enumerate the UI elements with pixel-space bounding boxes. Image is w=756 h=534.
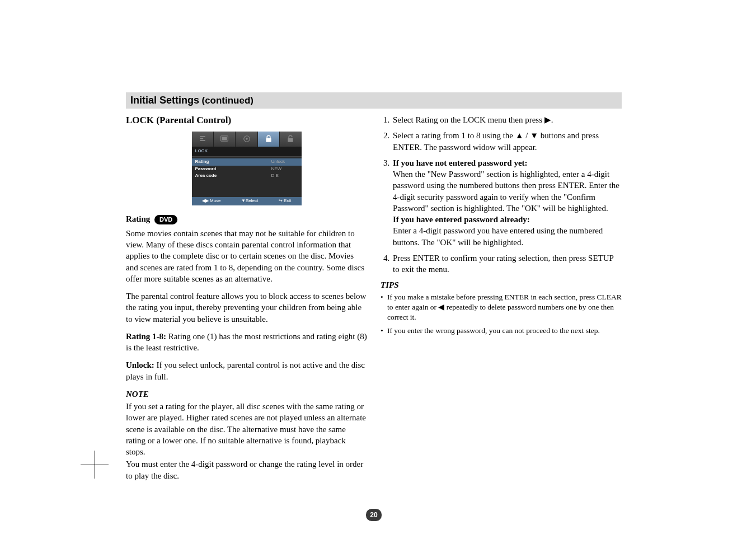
title-cont: (continued) <box>201 95 253 106</box>
osd-label: Rating <box>195 159 271 165</box>
step-4: Press ENTER to confirm your rating selec… <box>392 252 622 275</box>
osd-foot-move: Move <box>210 198 221 203</box>
osd-body: Rating Unlock Password NEW Area code D E <box>192 157 302 197</box>
osd-value: D E <box>271 173 298 179</box>
down-arrow-icon: ▼ <box>530 130 538 140</box>
title-main: Initial Settings <box>130 95 199 106</box>
osd-tabs <box>192 132 302 147</box>
down-arrow-icon: ▼ <box>241 198 246 203</box>
return-icon: ↪ <box>279 198 283 203</box>
step-2: Select a rating from 1 to 8 using the ▲ … <box>392 130 622 153</box>
osd-foot-exit: Exit <box>284 198 291 203</box>
page-number: 20 <box>366 509 382 521</box>
osd-row-rating: Rating Unlock <box>192 158 302 166</box>
osd-category: LOCK <box>192 147 302 157</box>
para-rating18: Rating 1-8: Rating one (1) has the most … <box>126 331 367 354</box>
svg-rect-1 <box>222 137 227 140</box>
left-arrow-icon: ◀ <box>438 303 444 311</box>
tips-heading: TIPS <box>381 279 622 291</box>
step-1: Select Rating on the LOCK menu then pres… <box>392 114 622 125</box>
para-parental-desc: The parental control feature allows you … <box>126 291 367 325</box>
up-arrow-icon: ▲ <box>515 130 524 140</box>
tip-1: If you make a mistake before pressing EN… <box>381 292 622 323</box>
left-column: LOCK (Parental Control) <box>126 114 367 488</box>
note-body: If you set a rating for the player, all … <box>126 401 367 457</box>
osd-row-areacode: Area code D E <box>192 172 302 180</box>
rating-label: Rating <box>126 214 150 223</box>
para-rating-desc: Some movies contain scenes that may not … <box>126 228 367 284</box>
osd-value: NEW <box>271 166 298 172</box>
osd-label: Password <box>195 166 271 172</box>
svg-rect-4 <box>266 138 271 142</box>
osd-row-password: Password NEW <box>192 166 302 173</box>
rating-subhead: Rating DVD <box>126 213 367 224</box>
title-bar: Initial Settings (continued) <box>126 92 622 109</box>
osd-foot-select: Select <box>246 198 258 203</box>
crop-mark-icon <box>81 451 109 479</box>
right-arrow-icon: ▶ <box>544 115 551 124</box>
tab-display-icon <box>214 132 236 147</box>
tab-lock-icon <box>258 132 280 147</box>
tab-audio-icon <box>236 132 257 147</box>
para-unlock: Unlock: If you select unlock, parental c… <box>126 359 367 382</box>
svg-point-3 <box>246 138 248 140</box>
lock-heading: LOCK (Parental Control) <box>126 114 367 127</box>
tab-other-icon <box>280 132 301 147</box>
note-body-2: You must enter the 4-digit password or c… <box>126 458 367 481</box>
note-heading: NOTE <box>126 388 367 400</box>
dvd-badge: DVD <box>154 215 177 224</box>
tab-language-icon <box>192 132 214 147</box>
steps-list: Select Rating on the LOCK menu then pres… <box>381 114 622 275</box>
osd-value: Unlock <box>271 159 298 165</box>
osd-label: Area code <box>195 173 271 179</box>
tips-list: If you make a mistake before pressing EN… <box>381 292 622 336</box>
step-3: If you have not entered password yet: Wh… <box>392 157 622 248</box>
osd-panel: LOCK Rating Unlock Password NEW Area cod… <box>192 132 302 205</box>
move-arrows-icon: ◀▶ <box>202 198 209 203</box>
tip-2: If you enter the wrong password, you can… <box>381 326 622 336</box>
right-column: Select Rating on the LOCK menu then pres… <box>381 114 622 488</box>
svg-rect-5 <box>288 138 293 142</box>
osd-footer: ◀▶ Move ▼Select ↪ Exit <box>192 197 302 205</box>
